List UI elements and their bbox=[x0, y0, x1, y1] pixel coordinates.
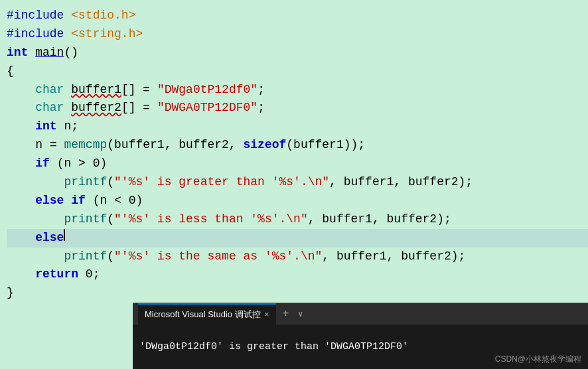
code-line-2: #include <string.h> bbox=[7, 25, 588, 44]
keyword-int-main: int bbox=[7, 44, 28, 62]
debug-panel: Microsoft Visual Studio 调试控 × + ∨ 'DWga0… bbox=[133, 303, 588, 369]
keyword-return: return bbox=[35, 265, 78, 284]
str-less: "'%s' is less than '%s'.\n" bbox=[114, 210, 308, 229]
fn-memcmp: memcmp bbox=[64, 136, 107, 155]
code-line-14: printf("'%s' is the same as '%s'.\n", bu… bbox=[7, 248, 588, 266]
str-same: "'%s' is the same as '%s'.\n" bbox=[114, 248, 322, 266]
include-path-1: <stdio.h> bbox=[71, 7, 135, 25]
code-line-11: else if (n < 0) bbox=[7, 192, 588, 210]
panel-watermark: CSDN@小林熬夜学编程 bbox=[495, 354, 581, 365]
code-line-7: int n; bbox=[7, 117, 588, 136]
keyword-include-2: #include bbox=[7, 25, 64, 44]
code-line-8: n = memcmp(buffer1, buffer2, sizeof(buff… bbox=[7, 136, 588, 155]
str-greater: "'%s' is greater than '%s'.\n" bbox=[114, 173, 329, 192]
var-buffer2: buffer2 bbox=[71, 99, 121, 117]
keyword-sizeof: sizeof bbox=[243, 136, 286, 155]
code-line-16: } bbox=[7, 284, 588, 303]
str-buffer1-val: "DWga0tP12df0" bbox=[157, 81, 257, 100]
include-path-2: <string.h> bbox=[71, 25, 143, 44]
panel-output-text: 'DWga0tP12df0' is greater than 'DWGA0TP1… bbox=[139, 341, 408, 352]
code-line-3: int main() bbox=[7, 44, 588, 62]
var-buffer1: buffer1 bbox=[71, 81, 121, 100]
keyword-else-if: else if bbox=[35, 192, 86, 210]
code-line-9: if (n > 0) bbox=[7, 155, 588, 173]
str-buffer2-val: "DWGA0TP12DF0" bbox=[157, 99, 257, 117]
keyword-char-1: char bbox=[35, 81, 64, 100]
code-line-13: else bbox=[7, 229, 588, 248]
keyword-else: else bbox=[35, 229, 64, 248]
code-line-4: { bbox=[7, 62, 588, 81]
panel-tab-label: Microsoft Visual Studio 调试控 bbox=[145, 309, 261, 321]
panel-tab-chevron-icon[interactable]: ∨ bbox=[295, 309, 305, 319]
panel-tab-debug[interactable]: Microsoft Visual Studio 调试控 × bbox=[138, 303, 276, 325]
panel-tab-plus-icon[interactable]: + bbox=[279, 308, 293, 320]
keyword-char-2: char bbox=[35, 99, 64, 117]
panel-output-area: 'DWga0tP12df0' is greater than 'DWGA0TP1… bbox=[133, 325, 588, 369]
code-line-1: #include <stdio.h> bbox=[7, 7, 588, 25]
fn-printf-3: printf bbox=[64, 248, 107, 266]
code-line-6: char buffer2[] = "DWGA0TP12DF0"; bbox=[7, 99, 588, 117]
fn-printf-2: printf bbox=[64, 210, 107, 229]
keyword-if: if bbox=[35, 155, 50, 173]
fn-printf-1: printf bbox=[64, 173, 107, 192]
code-line-5: char buffer1[] = "DWga0tP12df0"; bbox=[7, 81, 588, 100]
code-line-15: return 0; bbox=[7, 265, 588, 284]
text-cursor bbox=[64, 229, 65, 241]
code-editor: #include <stdio.h> #include <string.h> i… bbox=[0, 0, 588, 369]
keyword-include-1: #include bbox=[7, 7, 64, 25]
panel-tab-close-icon[interactable]: × bbox=[265, 311, 269, 319]
code-line-10: printf("'%s' is greater than '%s'.\n", b… bbox=[7, 173, 588, 192]
panel-tab-bar: Microsoft Visual Studio 调试控 × + ∨ bbox=[133, 303, 588, 325]
keyword-int-n: int bbox=[35, 117, 56, 136]
code-line-12: printf("'%s' is less than '%s'.\n", buff… bbox=[7, 210, 588, 229]
func-main: main bbox=[35, 44, 64, 62]
